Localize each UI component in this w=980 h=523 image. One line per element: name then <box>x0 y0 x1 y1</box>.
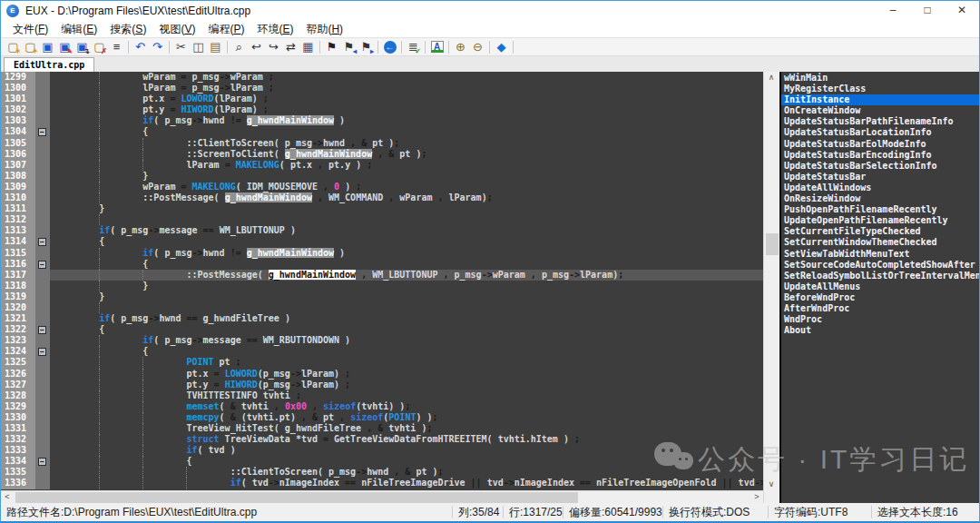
function-list-item[interactable]: SetViewTabWidthMenuText <box>781 249 979 260</box>
close-file-icon[interactable]: ▢✗ <box>91 39 108 55</box>
open-file-icon[interactable]: ▢✦ <box>22 39 39 55</box>
new-file-icon[interactable]: ▢✶ <box>5 39 22 55</box>
todo-list-icon[interactable]: ≣✓ <box>405 39 422 55</box>
function-list-item[interactable]: OnResizeWindow <box>781 193 979 204</box>
function-list-item[interactable]: PushOpenPathFilenameRecently <box>781 204 979 215</box>
function-list-item[interactable]: UpdateAllWindows <box>781 183 979 193</box>
code-line[interactable]: 1328TVHITTESTINFO tvhti ; <box>1 390 763 401</box>
code-line[interactable]: 1315if( p_msg->hwnd != g_hwndMainWindow … <box>1 248 763 259</box>
undo-icon[interactable]: ↶ <box>132 39 149 55</box>
function-list-item[interactable]: UpdateStatusBarPathFilenameInfo <box>781 116 979 127</box>
horizontal-scrollbar[interactable]: < > <box>1 490 763 503</box>
scroll-right-arrow-icon[interactable]: > <box>750 491 763 503</box>
code-editor[interactable]: 1299wParam = p_msg->wParam ;1300lParam =… <box>1 72 763 490</box>
function-list-item[interactable]: UpdateOpenPathFilenameRecently <box>781 215 979 226</box>
code-line[interactable]: 1323if( p_msg->message == WM_RBUTTONDOWN… <box>1 335 763 346</box>
save-icon[interactable]: ▣ <box>39 39 56 55</box>
toggle-bookmark-icon[interactable]: ⚑ <box>323 39 340 55</box>
function-list-item[interactable]: OnCreateWindow <box>781 105 979 116</box>
menu-item-0[interactable]: 文件(F) <box>6 22 54 37</box>
code-line[interactable]: 1314−{ <box>1 236 763 247</box>
function-list-item[interactable]: InitInstance <box>781 94 979 105</box>
menu-item-1[interactable]: 编辑(E) <box>54 22 103 37</box>
vertical-scrollbar[interactable]: ∧ ∨ <box>763 72 779 503</box>
find-prev-icon[interactable]: ↩ <box>248 39 265 55</box>
function-list-item[interactable]: About <box>781 325 979 336</box>
horizontal-scrollbar-thumb[interactable] <box>15 492 578 503</box>
function-list-item[interactable]: wWinMain <box>781 73 979 84</box>
menu-item-6[interactable]: 帮助(H) <box>299 22 349 37</box>
function-list-item[interactable]: AfterWndProc <box>781 303 979 314</box>
find-next-icon[interactable]: ↪ <box>265 39 282 55</box>
function-list-item[interactable]: SetCurrentWindowThemeChecked <box>781 237 979 248</box>
code-line[interactable]: 1308} <box>1 171 763 182</box>
function-list-item[interactable]: UpdateStatusBarEolModeInfo <box>781 139 979 150</box>
code-line[interactable]: 1330memcpy( & (tvhti.pt) , & pt , sizeof… <box>1 412 763 423</box>
next-bookmark-icon[interactable]: ⚑▸ <box>358 39 375 55</box>
code-line[interactable]: 1309wParam = MAKELONG( IDM_MOUSEMOVE , 0… <box>1 182 763 192</box>
function-list-item[interactable]: UpdateStatusBarSelectionInfo <box>781 161 979 172</box>
minimize-button[interactable]: – <box>876 1 910 21</box>
code-line[interactable]: 1331TreeView_HitTest( g_hwndFileTree , &… <box>1 423 763 434</box>
maximize-button[interactable]: □ <box>910 1 945 21</box>
code-line[interactable]: 1301pt.x = LOWORD(lParam) ; <box>1 94 763 104</box>
code-line[interactable]: 1302pt.y = HIWORD(lParam) ; <box>1 104 763 115</box>
redo-icon[interactable]: ↷ <box>149 39 166 55</box>
scroll-up-arrow-icon[interactable]: ∧ <box>765 72 778 84</box>
back-icon[interactable]: ← <box>381 39 398 55</box>
function-list-item[interactable]: UpdateStatusBarLocationInfo <box>781 127 979 138</box>
function-list-item[interactable]: BeforeWndProc <box>781 292 979 303</box>
prev-bookmark-icon[interactable]: ⚑◂ <box>340 39 358 55</box>
code-line[interactable]: 1334−{ <box>1 456 763 467</box>
menu-item-2[interactable]: 搜索(S) <box>103 22 152 37</box>
code-line[interactable]: 1325POINT pt ; <box>1 357 763 368</box>
tab-editultra-cpp[interactable]: EditUltra.cpp <box>4 57 94 72</box>
fold-collapse-icon[interactable]: − <box>38 261 46 269</box>
fold-collapse-icon[interactable]: − <box>38 458 46 466</box>
fold-collapse-icon[interactable]: − <box>38 128 46 136</box>
close-button[interactable]: ✕ <box>945 1 979 21</box>
goto-icon[interactable]: ⇄ <box>282 39 299 55</box>
code-line[interactable]: 1326pt.x = LOWORD(p_msg->lParam) ; <box>1 369 763 380</box>
code-line[interactable]: 1316−{ <box>1 259 763 270</box>
function-list-item[interactable]: UpdateStatusBar <box>781 172 979 183</box>
copy-icon[interactable]: ◫ <box>190 39 207 55</box>
about-icon[interactable]: ◆? <box>493 39 510 55</box>
code-line[interactable]: 1332struct TreeViewData *tvd = GetTreeVi… <box>1 434 763 445</box>
code-line[interactable]: 1310::PostMessage( g_hwndMainWindow , WM… <box>1 192 763 203</box>
code-line[interactable]: 1306::ScreenToClient( g_hwndMainWindow ,… <box>1 149 763 160</box>
function-list-item[interactable]: SetReloadSymbolListOrTreeIntervalMen <box>781 271 979 281</box>
code-line[interactable]: 1317::PostMessage( g_hwndMainWindow , WM… <box>1 270 763 281</box>
code-line[interactable]: 1336if( tvd->nImageIndex == nFileTreeIma… <box>1 478 763 488</box>
code-line[interactable]: 1320 <box>1 302 763 313</box>
fold-collapse-icon[interactable]: − <box>38 238 46 246</box>
code-line[interactable]: 1299wParam = p_msg->wParam ; <box>1 72 763 83</box>
scroll-left-arrow-icon[interactable]: < <box>1 491 14 503</box>
code-line[interactable]: 1333if( tvd ) <box>1 445 763 456</box>
save-all-icon[interactable]: ▣↴ <box>74 39 91 55</box>
menu-item-3[interactable]: 视图(V) <box>152 22 201 37</box>
function-list-item[interactable]: MyRegisterClass <box>781 84 979 94</box>
menu-item-5[interactable]: 环境(E) <box>250 22 299 37</box>
code-line[interactable]: 1335::ClientToScreen( p_msg->hwnd , & pt… <box>1 467 763 478</box>
zoom-out-icon[interactable]: ⊖ <box>469 39 486 55</box>
code-line[interactable]: 1321if( p_msg->hwnd == g_hwndFileTree ) <box>1 313 763 324</box>
find-icon[interactable]: ⌕ <box>230 39 248 55</box>
code-line[interactable]: 1303if( p_msg->hwnd != g_hwndMainWindow … <box>1 115 763 126</box>
zoom-in-icon[interactable]: ⊕ <box>452 39 469 55</box>
vertical-scrollbar-thumb[interactable] <box>766 233 779 255</box>
code-line[interactable]: 1324−{ <box>1 346 763 357</box>
code-line[interactable]: 1312 <box>1 214 763 225</box>
cut-icon[interactable]: ✂ <box>172 39 190 55</box>
code-line[interactable]: 1318} <box>1 281 763 291</box>
paste-icon[interactable]: ▤ <box>207 39 224 55</box>
code-line[interactable]: 1329memset( & tvhti , 0x00 , sizeof(tvht… <box>1 401 763 412</box>
fold-collapse-icon[interactable]: − <box>38 326 46 334</box>
function-list-item[interactable]: SetCurrentFileTypeChecked <box>781 226 979 237</box>
menu-item-4[interactable]: 编程(P) <box>201 22 250 37</box>
file-list-icon[interactable]: ≡ <box>108 39 125 55</box>
code-line[interactable]: 1300lParam = p_msg->lParam ; <box>1 83 763 94</box>
save-as-icon[interactable]: ▣✎ <box>56 39 74 55</box>
code-line[interactable]: 1304−{ <box>1 126 763 137</box>
code-line[interactable]: 1322−{ <box>1 324 763 335</box>
